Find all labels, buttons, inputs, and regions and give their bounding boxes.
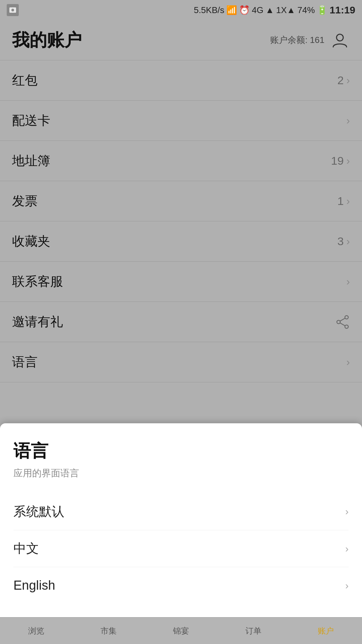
language-option-label-0: 系统默认 [13,503,64,520]
svg-point-1 [11,9,14,11]
chevron-icon-7: › [346,356,350,368]
chevron-icon-0: › [346,74,350,87]
menu-item-7[interactable]: 语言› [0,342,362,382]
nav-item-市集[interactable]: 市集 [72,618,145,644]
language-option-2[interactable]: English› [13,567,349,604]
menu-item-right-7: › [346,356,350,368]
chevron-icon-1: › [346,114,350,127]
language-dialog: 语言 应用的界面语言 系统默认›中文›English› [0,423,362,617]
svg-point-4 [345,325,348,328]
menu-item-badge-3: 1 [337,195,344,208]
chevron-icon-3: › [346,195,350,207]
chevron-icon-4: › [346,235,350,248]
status-bar: 5.5KB/s 📶 ⏰ 4G ▲ 1X▲ 74% 🔋 11:19 [0,0,362,20]
menu-item-3[interactable]: 发票1› [0,181,362,221]
svg-point-5 [337,320,340,324]
signal-icon: 📶 [226,5,237,15]
svg-point-3 [345,316,348,319]
page-title: 我的账户 [12,29,82,52]
menu-item-label-4: 收藏夹 [12,233,50,250]
network-speed: 5.5KB/s [194,5,224,15]
menu-item-badge-2: 19 [331,154,344,167]
nav-item-锦宴[interactable]: 锦宴 [145,618,217,644]
battery-percent: 74% [297,5,315,15]
status-bar-left [7,4,19,16]
language-option-chevron-2: › [345,580,349,591]
menu-item-1[interactable]: 配送卡› [0,101,362,141]
dialog-title: 语言 [13,439,349,463]
menu-item-2[interactable]: 地址簿19› [0,141,362,181]
language-option-chevron-0: › [345,506,349,517]
share-icon [335,315,350,329]
language-option-chevron-1: › [345,543,349,554]
language-option-label-1: 中文 [13,540,39,557]
menu-item-4[interactable]: 收藏夹3› [0,221,362,262]
page-header: 我的账户 账户余额: 161 [0,20,362,60]
header-right: 账户余额: 161 [270,30,350,50]
menu-item-badge-4: 3 [337,235,344,248]
menu-item-right-6 [335,315,350,329]
language-option-label-2: English [13,578,55,593]
signal3-icon: 1X▲ [276,5,296,15]
battery-icon: 🔋 [317,5,327,15]
status-bar-right: 5.5KB/s 📶 ⏰ 4G ▲ 1X▲ 74% 🔋 11:19 [194,4,355,16]
svg-point-2 [337,34,343,41]
language-option-0[interactable]: 系统默认› [13,493,349,530]
menu-item-badge-0: 2 [337,74,344,87]
nav-item-订单[interactable]: 订单 [217,618,290,644]
nav-item-浏览[interactable]: 浏览 [0,618,72,644]
menu-item-label-1: 配送卡 [12,112,50,129]
menu-item-right-0: 2› [337,74,350,87]
photo-icon [7,4,19,16]
svg-line-7 [340,323,345,326]
menu-item-label-7: 语言 [12,354,38,371]
menu-item-5[interactable]: 联系客服› [0,262,362,302]
chevron-icon-5: › [346,275,350,288]
nav-item-账户[interactable]: 账户 [290,618,362,644]
menu-item-label-2: 地址簿 [12,152,50,169]
menu-item-right-5: › [346,275,350,288]
data-icon: 4G [252,5,263,15]
menu-item-0[interactable]: 红包2› [0,60,362,101]
menu-item-label-0: 红包 [12,72,38,89]
menu-list: 红包2›配送卡›地址簿19›发票1›收藏夹3›联系客服›邀请有礼 语言› [0,60,362,382]
menu-item-label-6: 邀请有礼 [12,313,63,330]
dialog-subtitle: 应用的界面语言 [13,467,349,480]
chevron-icon-2: › [346,155,350,167]
dialog-options-list: 系统默认›中文›English› [13,493,349,604]
bottom-nav: 浏览市集锦宴订单账户 [0,617,362,644]
menu-item-right-1: › [346,114,350,127]
svg-line-6 [340,318,345,321]
menu-item-label-3: 发票 [12,193,38,210]
menu-item-6[interactable]: 邀请有礼 [0,302,362,342]
menu-item-label-5: 联系客服 [12,273,63,290]
menu-item-right-3: 1› [337,195,350,208]
alarm-icon: ⏰ [239,5,250,15]
menu-item-right-2: 19› [331,154,350,167]
user-avatar[interactable] [330,30,350,50]
time-display: 11:19 [329,4,355,16]
signal2-icon: ▲ [265,5,274,15]
language-option-1[interactable]: 中文› [13,530,349,567]
balance-info: 账户余额: 161 [270,34,324,46]
menu-item-right-4: 3› [337,235,350,248]
